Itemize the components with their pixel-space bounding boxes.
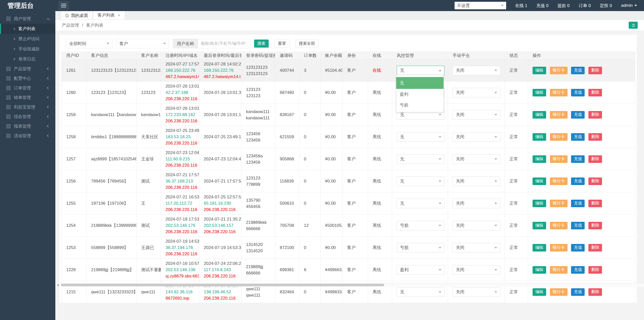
sidebar-toggle-button[interactable] — [58, 1, 69, 10]
edit-button[interactable]: 编辑 — [533, 177, 546, 185]
risk-select[interactable]: 无 — [397, 199, 445, 208]
bank-card-button[interactable]: 银行卡 — [550, 177, 568, 185]
delete-button[interactable]: 删除 — [588, 155, 602, 163]
risk-select[interactable]: 无 — [397, 176, 445, 186]
refresh-button[interactable] — [629, 22, 638, 29]
manual-close-select[interactable]: 关闭 — [453, 221, 500, 230]
recharge-button[interactable]: 充值 — [571, 133, 585, 141]
delete-button[interactable]: 删除 — [588, 266, 602, 274]
stat-invest[interactable]: 定投 0 — [600, 3, 612, 9]
search-all-button[interactable]: 搜索全部 — [295, 40, 318, 48]
sidebar-item-report-management[interactable]: 报表管理 — [0, 121, 55, 131]
tab-customer-list[interactable]: 客户列表 × — [93, 11, 125, 20]
manual-close-select[interactable]: 关闭 — [453, 66, 500, 75]
reset-button[interactable]: 重置 — [274, 40, 290, 48]
risk-select[interactable]: 无 — [397, 287, 445, 297]
delete-button[interactable]: 删除 — [588, 222, 602, 229]
sidebar-item-login-log[interactable]: 登录日志 — [0, 54, 55, 64]
delete-button[interactable]: 删除 — [588, 89, 602, 96]
bank-card-button[interactable]: 银行卡 — [550, 67, 568, 74]
scrollbar-thumb[interactable] — [61, 284, 384, 286]
customer-type-select[interactable]: 客户 — [116, 39, 169, 48]
sidebar-item-customer-list[interactable]: 客户列表 — [0, 24, 55, 34]
username-label[interactable]: 用户名称 — [173, 39, 198, 48]
risk-option-none[interactable]: 无 — [396, 77, 444, 89]
manual-close-select[interactable]: 关闭 — [453, 176, 500, 186]
recharge-button[interactable]: 充值 — [571, 222, 585, 229]
stat-online[interactable]: 在线 1 — [515, 3, 527, 9]
manual-close-select[interactable]: 关闭 — [453, 88, 500, 97]
sidebar-item-activity-management[interactable]: 活动管理 — [0, 131, 55, 140]
search-button[interactable]: 搜索 — [254, 40, 269, 48]
edit-button[interactable]: 编辑 — [533, 155, 546, 163]
risk-select[interactable]: 无 — [397, 132, 445, 142]
time-range-select[interactable]: 全部时间 — [66, 39, 112, 48]
sidebar-item-wrong-order-management[interactable]: 错单管理 — [0, 93, 55, 102]
recharge-button[interactable]: 充值 — [571, 67, 585, 74]
manual-close-select[interactable]: 关闭 — [453, 132, 500, 142]
preset-select[interactable]: 不设置 — [455, 2, 506, 9]
manual-close-select[interactable]: 关闭 — [453, 199, 500, 208]
stat-orders[interactable]: 订单 0 — [579, 3, 591, 9]
sidebar-item-manual-adjust[interactable]: 手动加减款 — [0, 44, 55, 54]
scroll-left-arrow[interactable] — [57, 284, 59, 287]
edit-button[interactable]: 编辑 — [533, 222, 546, 229]
recharge-button[interactable]: 充值 — [571, 244, 585, 252]
stat-recharge[interactable]: 充值 0 — [536, 3, 548, 9]
edit-button[interactable]: 编辑 — [533, 67, 546, 74]
bank-card-button[interactable]: 银行卡 — [550, 266, 568, 274]
recharge-button[interactable]: 充值 — [571, 89, 585, 96]
risk-select[interactable]: 亏损 — [397, 243, 445, 253]
delete-button[interactable]: 删除 — [588, 133, 602, 141]
sidebar-item-config-center[interactable]: 配置中心 — [0, 74, 55, 83]
edit-button[interactable]: 编辑 — [533, 244, 546, 252]
delete-button[interactable]: 删除 — [588, 200, 602, 207]
manual-close-select[interactable]: 关闭 — [453, 265, 500, 275]
bank-card-button[interactable]: 银行卡 — [550, 222, 568, 229]
delete-button[interactable]: 删除 — [588, 177, 602, 185]
risk-select[interactable]: 无 — [397, 66, 445, 75]
manual-close-select[interactable]: 关闭 — [453, 110, 500, 120]
recharge-button[interactable]: 充值 — [571, 177, 585, 185]
sidebar-item-order-management[interactable]: 订单管理 — [0, 83, 55, 93]
close-icon[interactable]: × — [118, 13, 120, 18]
sidebar-item-general-management[interactable]: 综合管理 — [0, 112, 55, 121]
recharge-button[interactable]: 充值 — [571, 155, 585, 163]
manual-close-select[interactable]: 关闭 — [453, 243, 500, 253]
delete-button[interactable]: 删除 — [588, 244, 602, 252]
risk-select[interactable]: 盈利 — [397, 265, 445, 275]
tab-desktop[interactable]: 我的桌面 — [60, 11, 93, 20]
manual-close-select[interactable]: 关闭 — [453, 287, 500, 297]
recharge-button[interactable]: 充值 — [571, 266, 585, 274]
recharge-button[interactable]: 充值 — [571, 200, 585, 207]
bank-card-button[interactable]: 银行卡 — [550, 111, 568, 119]
bank-card-button[interactable]: 银行卡 — [550, 288, 568, 296]
bank-card-button[interactable]: 银行卡 — [550, 200, 568, 207]
manual-close-select[interactable]: 关闭 — [453, 154, 500, 164]
delete-button[interactable]: 删除 — [588, 288, 602, 296]
recharge-button[interactable]: 充值 — [571, 288, 585, 296]
edit-button[interactable]: 编辑 — [533, 111, 546, 119]
risk-select[interactable]: 无 — [397, 154, 445, 164]
user-menu[interactable]: admin — [621, 3, 637, 8]
risk-select[interactable]: 亏损 — [397, 221, 445, 230]
sidebar-item-product-management[interactable]: 产品管理 — [0, 64, 55, 74]
risk-option-profit[interactable]: 盈利 — [396, 89, 444, 100]
edit-button[interactable]: 编辑 — [533, 288, 546, 296]
sidebar-item-interest-management[interactable]: 利息宝管理 — [0, 102, 55, 112]
bank-card-button[interactable]: 银行卡 — [550, 133, 568, 141]
delete-button[interactable]: 删除 — [588, 111, 602, 119]
search-input[interactable] — [198, 39, 250, 48]
risk-option-loss[interactable]: 亏损 — [396, 100, 444, 111]
edit-button[interactable]: 编辑 — [533, 89, 546, 96]
bank-card-button[interactable]: 银行卡 — [550, 244, 568, 252]
delete-button[interactable]: 删除 — [588, 67, 602, 74]
bank-card-button[interactable]: 银行卡 — [550, 155, 568, 163]
bank-card-button[interactable]: 银行卡 — [550, 89, 568, 96]
sidebar-item-user-management[interactable]: 用户管理 — [0, 14, 55, 24]
edit-button[interactable]: 编辑 — [533, 266, 546, 274]
edit-button[interactable]: 编辑 — [533, 133, 546, 141]
edit-button[interactable]: 编辑 — [533, 200, 546, 207]
sidebar-item-ip-ban[interactable]: 禁止IP访问 — [0, 34, 55, 44]
stat-withdraw[interactable]: 提款 0 — [557, 3, 570, 9]
